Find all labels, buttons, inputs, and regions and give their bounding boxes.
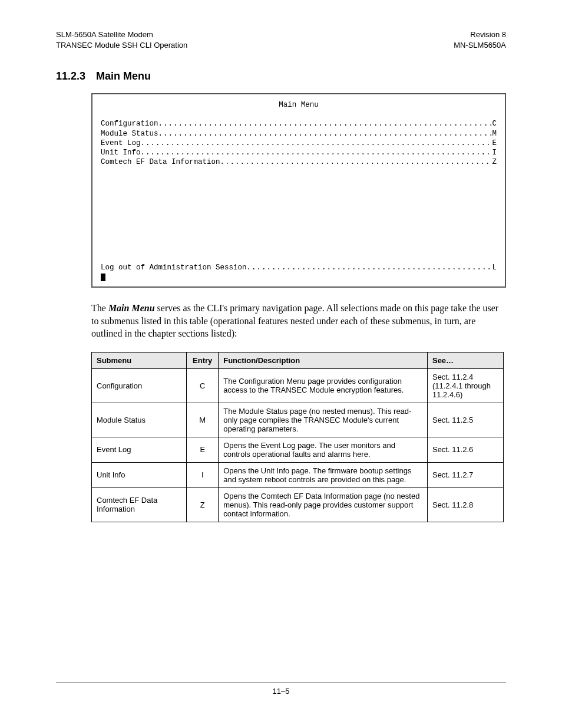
menu-dots (158, 129, 492, 139)
menu-key: I (492, 148, 497, 157)
section-title: Main Menu (96, 70, 151, 82)
td-desc: The Module Status page (no nested menus)… (219, 403, 428, 437)
td-see: Sect. 11.2.8 (427, 487, 503, 522)
para-mainmenu: Main Menu (108, 303, 155, 313)
td-entry: E (187, 437, 219, 462)
td-entry: C (187, 368, 219, 403)
td-submenu: Comtech EF Data Information (92, 487, 187, 522)
td-desc: Opens the Unit Info page. The firmware b… (219, 462, 428, 487)
table-row: Comtech EF Data Information Z Opens the … (92, 487, 504, 522)
menu-key: E (492, 139, 497, 148)
terminal-window: Main Menu Configuration C Module Status … (91, 93, 506, 288)
menu-label: Event Log (101, 139, 141, 148)
th-submenu: Submenu (92, 352, 187, 368)
header-left: SLM-5650A Satellite Modem TRANSEC Module… (56, 29, 187, 50)
header-right: Revision 8 MN-SLM5650A (454, 29, 506, 50)
page-footer: 11–5 (56, 683, 506, 696)
menu-dots (158, 119, 492, 129)
header-docnum: MN-SLM5650A (454, 40, 506, 51)
cursor-icon (101, 274, 105, 281)
td-see: Sect. 11.2.7 (427, 462, 503, 487)
menu-item: Configuration C (101, 119, 497, 129)
menu-key: Z (492, 157, 497, 167)
section-number: 11.2.3 (56, 70, 85, 82)
table-row: Unit Info I Opens the Unit Info page. Th… (92, 462, 504, 487)
menu-dots (141, 139, 492, 148)
menu-label: Log out of Administration Session (101, 263, 247, 272)
description-paragraph: The Main Menu serves as the CLI's primar… (91, 302, 506, 340)
page-number: 11–5 (273, 687, 290, 696)
td-see: Sect. 11.2.5 (427, 403, 503, 437)
th-entry: Entry (187, 352, 219, 368)
menu-label: Configuration (101, 119, 158, 129)
td-desc: Opens the Event Log page. The user monit… (219, 437, 428, 462)
td-entry: I (187, 462, 219, 487)
td-submenu: Event Log (92, 437, 187, 462)
th-see: See… (427, 352, 503, 368)
td-submenu: Configuration (92, 368, 187, 403)
table-header-row: Submenu Entry Function/Description See… (92, 352, 504, 368)
td-submenu: Module Status (92, 403, 187, 437)
menu-label: Comtech EF Data Information (101, 157, 220, 167)
td-entry: Z (187, 487, 219, 522)
menu-item: Unit Info I (101, 148, 497, 157)
menu-dots (220, 157, 492, 167)
terminal-title: Main Menu (101, 100, 497, 110)
header-revision: Revision 8 (454, 29, 506, 40)
table-row: Event Log E Opens the Event Log page. Th… (92, 437, 504, 462)
logout-block: Log out of Administration Session L (101, 263, 497, 282)
td-desc: The Configuration Menu page provides con… (219, 368, 428, 403)
menu-key: M (492, 129, 497, 139)
menu-label: Unit Info (101, 148, 141, 157)
th-desc: Function/Description (219, 352, 428, 368)
para-prefix: The (91, 303, 108, 313)
td-entry: M (187, 403, 219, 437)
header-product: SLM-5650A Satellite Modem (56, 29, 187, 40)
td-see: Sect. 11.2.6 (427, 437, 503, 462)
menu-dots (247, 263, 492, 272)
menu-label: Module Status (101, 129, 158, 139)
menu-item: Module Status M (101, 129, 497, 139)
header-subject: TRANSEC Module SSH CLI Operation (56, 40, 187, 51)
menu-dots (141, 148, 492, 157)
table-row: Module Status M The Module Status page (… (92, 403, 504, 437)
section-heading: 11.2.3Main Menu (56, 70, 506, 83)
menu-item-logout: Log out of Administration Session L (101, 263, 497, 272)
page-header: SLM-5650A Satellite Modem TRANSEC Module… (56, 29, 506, 50)
td-submenu: Unit Info (92, 462, 187, 487)
td-see: Sect. 11.2.4 (11.2.4.1 through 11.2.4.6) (427, 368, 503, 403)
menu-key: L (492, 263, 497, 272)
page: SLM-5650A Satellite Modem TRANSEC Module… (0, 0, 562, 728)
menu-item: Event Log E (101, 139, 497, 148)
menu-item: Comtech EF Data Information Z (101, 157, 497, 167)
submenu-table: Submenu Entry Function/Description See… … (91, 352, 504, 522)
td-desc: Opens the Comtech EF Data Information pa… (219, 487, 428, 522)
menu-key: C (492, 119, 497, 129)
table-row: Configuration C The Configuration Menu p… (92, 368, 504, 403)
